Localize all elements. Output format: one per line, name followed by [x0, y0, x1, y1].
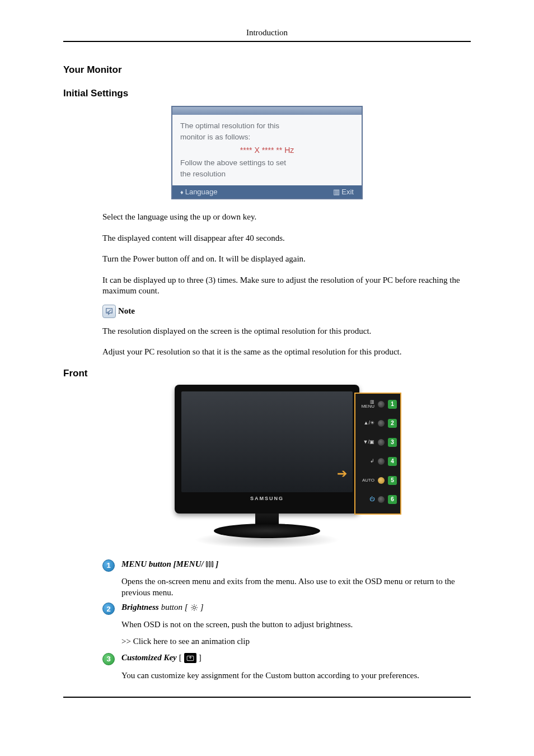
svg-line-7	[191, 609, 192, 610]
osd-footer-exit: ▥ Exit	[333, 188, 354, 196]
panel-callout-4: 4	[388, 457, 397, 466]
osd-line2: monitor is as follows:	[180, 132, 354, 143]
arrow-icon: ➔	[337, 466, 347, 481]
panel-down-button	[378, 439, 385, 446]
panel-enter-button	[378, 458, 385, 465]
heading-initial-settings: Initial Settings	[63, 88, 471, 99]
callout-badge-2: 2	[102, 603, 115, 615]
osd-popup: The optimal resolution for this monitor …	[63, 106, 471, 199]
monitor-brand: SAMSUNG	[181, 496, 353, 501]
monitor-front-illustration: SAMSUNG ➔ ▥MENU 1 ▲/☀ 2 ▼/▣	[133, 385, 401, 548]
paragraph-2: The displayed content will disappear aft…	[102, 233, 471, 244]
item-1-title: MENU button [MENU/]	[121, 559, 471, 569]
panel-callout-6: 6	[388, 495, 397, 504]
osd-footer-language: Language	[180, 188, 218, 196]
item-1-desc: Opens the on-screen menu and exits from …	[121, 576, 471, 599]
item-2-title: Brightness button []	[121, 603, 471, 612]
header-rule	[63, 41, 471, 42]
paragraph-1: Select the language using the up or down…	[102, 212, 471, 223]
note-icon	[102, 305, 116, 318]
menu-bars-icon	[206, 561, 214, 567]
panel-callout-3: 3	[388, 438, 397, 447]
paragraph-4: It can be displayed up to three (3) time…	[102, 275, 471, 297]
panel-auto-button	[378, 477, 385, 484]
paragraph-3: Turn the Power button off and on. It wil…	[102, 254, 471, 265]
svg-line-6	[196, 609, 196, 610]
panel-up-button	[378, 420, 385, 427]
svg-line-5	[191, 605, 192, 605]
callout-badge-3: 3	[102, 653, 115, 665]
footer-rule	[63, 697, 471, 698]
page-header-title: Introduction	[63, 28, 471, 38]
note-label: Note	[118, 306, 135, 316]
panel-callout-2: 2	[388, 419, 397, 428]
panel-power-button	[378, 496, 385, 503]
panel-menu-button	[378, 401, 385, 408]
heading-front: Front	[63, 368, 471, 379]
osd-line3: Follow the above settings to set	[180, 157, 354, 169]
paragraph-6: Adjust your PC resolution so that it is …	[102, 347, 471, 358]
callout-badge-1: 1	[102, 559, 115, 572]
item-3-title: Customized Key[]	[121, 653, 471, 663]
panel-callout-5: 5	[388, 476, 397, 485]
customized-key-icon	[184, 653, 196, 663]
paragraph-5: The resolution displayed on the screen i…	[102, 326, 471, 337]
brightness-icon	[190, 604, 198, 612]
osd-line1: The optimal resolution for this	[180, 120, 354, 132]
panel-callout-1: 1	[388, 400, 397, 409]
item-2-desc-1: When OSD is not on the screen, push the …	[121, 619, 471, 630]
monitor-button-panel: ▥MENU 1 ▲/☀ 2 ▼/▣ 3 ↲ 4	[354, 393, 401, 515]
item-2-animation-link[interactable]: >> Click here to see an animation clip	[121, 636, 471, 647]
osd-hz-line: **** X **** ** Hz	[180, 143, 354, 157]
osd-line4: the resolution	[180, 169, 354, 180]
svg-point-0	[193, 606, 195, 609]
item-3-desc: You can customize key assignment for the…	[121, 670, 471, 681]
heading-your-monitor: Your Monitor	[63, 64, 471, 76]
svg-line-8	[196, 605, 196, 605]
